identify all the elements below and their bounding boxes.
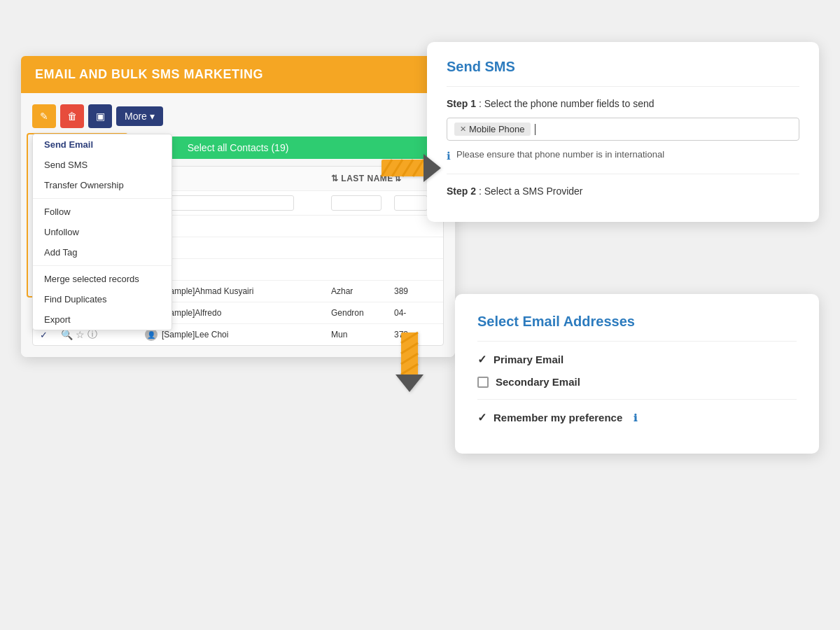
- menu-send-sms[interactable]: Send SMS: [33, 155, 172, 175]
- arrow-down: [388, 329, 430, 395]
- search-name-field: [145, 195, 331, 211]
- menu-duplicates[interactable]: Find Duplicates: [33, 289, 172, 309]
- remember-info-icon: ℹ: [634, 412, 637, 424]
- action-button[interactable]: ▣: [88, 104, 112, 128]
- more-dropdown: Send Email Send SMS Transfer Ownership F…: [32, 134, 172, 330]
- search-lastname-field: [331, 195, 394, 211]
- svg-marker-7: [424, 154, 441, 182]
- row-lastname: Mun: [331, 330, 394, 340]
- primary-email-label: Primary Email: [493, 354, 564, 365]
- svg-marker-13: [396, 374, 424, 392]
- row-name: Shini: [145, 265, 331, 274]
- remember-label: Remember my preference: [493, 412, 622, 424]
- crm-panel: EMAIL AND BULK SMS MARKETING ✎ 🗑 ▣ More …: [21, 56, 455, 357]
- info-circle-icon: ℹ: [447, 150, 451, 162]
- info-row: ℹ Please ensure that phone number is in …: [447, 149, 799, 162]
- menu-send-email[interactable]: Send Email: [33, 134, 172, 155]
- step2-text: : Select a SMS Provider: [479, 186, 583, 197]
- menu-unfollow[interactable]: Unfollow: [33, 222, 172, 242]
- primary-email-option[interactable]: ✓ Primary Email: [477, 353, 797, 366]
- edit-icon: ✎: [40, 111, 48, 122]
- email-divider2: [477, 399, 797, 400]
- banner: EMAIL AND BULK SMS MARKETING: [21, 56, 455, 93]
- row-lastname: Gendron: [331, 308, 394, 318]
- phone-tag-label: Mobile Phone: [469, 124, 525, 134]
- banner-text: EMAIL AND BULK SMS MARKETING: [35, 67, 263, 81]
- phone-number-field[interactable]: ✕ Mobile Phone: [447, 118, 799, 141]
- zoom-icon[interactable]: 🔍: [61, 329, 73, 340]
- step1-text: : Select the phone number fields to send: [479, 98, 654, 109]
- row-name: 👤 [Sample]Lee Choi: [145, 328, 331, 341]
- step2-label: Step 2 : Select a SMS Provider: [447, 186, 799, 197]
- secondary-email-label: Secondary Email: [496, 376, 580, 388]
- text-cursor: [535, 124, 536, 135]
- remember-check-icon: ✓: [477, 411, 486, 424]
- tag-remove-icon[interactable]: ✕: [460, 125, 466, 134]
- row-name: Sa...: [145, 243, 331, 253]
- delete-icon: 🗑: [67, 111, 77, 122]
- divider-1: [33, 198, 172, 199]
- row-check[interactable]: ✓: [40, 330, 61, 340]
- divider: [447, 86, 799, 87]
- divider2: [447, 174, 799, 174]
- row-name: 👤 [Sample]Alfredo: [145, 307, 331, 319]
- toolbar: ✎ 🗑 ▣ More ▾ Send Email Send SMS Transfe…: [32, 104, 444, 128]
- info-text: Please ensure that phone number is in in…: [456, 149, 664, 160]
- sms-panel-title: Send SMS: [447, 59, 799, 75]
- email-divider: [477, 341, 797, 342]
- secondary-checkbox[interactable]: [477, 377, 489, 388]
- arrow-right: [378, 147, 441, 192]
- mobile-phone-tag: ✕ Mobile Phone: [454, 122, 531, 136]
- menu-transfer-ownership[interactable]: Transfer Ownership: [33, 175, 172, 195]
- menu-export[interactable]: Export: [33, 309, 172, 330]
- menu-add-tag[interactable]: Add Tag: [33, 242, 172, 262]
- step1-strong: Step 1: [447, 98, 476, 109]
- row-num: 389: [394, 286, 436, 296]
- action-icon: ▣: [96, 111, 105, 122]
- remember-preference-option[interactable]: ✓ Remember my preference ℹ: [477, 411, 797, 424]
- menu-follow[interactable]: Follow: [33, 202, 172, 222]
- more-button[interactable]: More ▾: [116, 106, 163, 126]
- send-sms-panel: Send SMS Step 1 : Select the phone numbe…: [427, 42, 819, 222]
- crm-body: ✎ 🗑 ▣ More ▾ Send Email Send SMS Transfe…: [21, 93, 455, 357]
- row-num: 04-: [394, 308, 436, 318]
- row-lastname: Azhar: [331, 286, 394, 296]
- step2-strong: Step 2: [447, 186, 476, 197]
- primary-check-icon: ✓: [477, 353, 486, 366]
- select-email-panel: Select Email Addresses ✓ Primary Email S…: [455, 294, 819, 454]
- edit-button[interactable]: ✎: [32, 104, 56, 128]
- row-name: 👤 [Sample]Ahmad Kusyairi: [145, 285, 331, 298]
- delete-button[interactable]: 🗑: [60, 104, 84, 128]
- email-panel-title: Select Email Addresses: [477, 314, 797, 330]
- step1-label: Step 1 : Select the phone number fields …: [447, 98, 799, 109]
- divider-2: [33, 265, 172, 266]
- more-label: More ▾: [125, 111, 155, 122]
- star-icon[interactable]: ☆: [76, 329, 85, 340]
- menu-merge[interactable]: Merge selected records: [33, 269, 172, 289]
- secondary-email-option[interactable]: Secondary Email: [477, 376, 797, 388]
